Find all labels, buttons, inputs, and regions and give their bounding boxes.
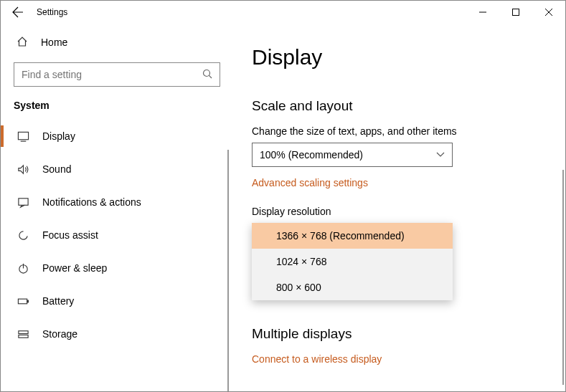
scale-control-label: Change the size of text, apps, and other…: [252, 125, 541, 137]
svg-line-3: [209, 75, 212, 78]
main-scrollbar[interactable]: [562, 170, 564, 385]
section-label: System: [1, 97, 230, 120]
power-icon: [16, 262, 29, 274]
svg-rect-1: [513, 9, 519, 16]
svg-rect-4: [18, 132, 28, 139]
nav-item-label: Battery: [42, 295, 74, 307]
resolution-option[interactable]: 1024 × 768: [252, 249, 453, 274]
nav-item-battery[interactable]: Battery: [1, 285, 230, 317]
search-box[interactable]: [14, 62, 220, 87]
home-nav-item[interactable]: Home: [1, 28, 230, 57]
maximize-button[interactable]: [499, 1, 532, 24]
page-title: Display: [252, 45, 541, 70]
close-button[interactable]: [532, 1, 565, 24]
minimize-icon: [479, 9, 486, 16]
nav-item-power-sleep[interactable]: Power & sleep: [1, 252, 230, 285]
multiple-displays-title: Multiple displays: [252, 326, 541, 342]
nav-item-display[interactable]: Display: [1, 120, 230, 153]
back-arrow-icon: [12, 6, 24, 18]
focus-assist-icon: [16, 229, 29, 242]
scale-dropdown[interactable]: 100% (Recommended): [252, 143, 453, 167]
nav-item-label: Display: [42, 130, 75, 142]
resolution-dropdown-open[interactable]: 1366 × 768 (Recommended) 1024 × 768 800 …: [252, 223, 453, 300]
nav-item-sound[interactable]: Sound: [1, 153, 230, 186]
sidebar-scrollbar[interactable]: [227, 150, 229, 392]
nav-item-label: Sound: [42, 163, 71, 175]
nav-item-notifications[interactable]: Notifications & actions: [1, 186, 230, 219]
nav-item-label: Focus assist: [42, 229, 98, 241]
search-icon: [202, 69, 212, 81]
titlebar: Settings: [1, 1, 565, 24]
main-pane: Display Scale and layout Change the size…: [230, 24, 565, 391]
close-icon: [545, 9, 552, 16]
svg-rect-9: [18, 299, 27, 304]
scale-value: 100% (Recommended): [260, 149, 363, 161]
svg-rect-12: [18, 335, 27, 338]
wireless-display-link[interactable]: Connect to a wireless display: [252, 353, 541, 365]
advanced-scaling-link[interactable]: Advanced scaling settings: [252, 177, 541, 188]
nav-item-label: Storage: [42, 328, 77, 340]
back-button[interactable]: [6, 1, 29, 24]
svg-rect-11: [18, 330, 27, 333]
svg-rect-6: [18, 198, 27, 204]
svg-point-2: [204, 70, 210, 76]
search-input[interactable]: [22, 69, 202, 80]
nav-item-label: Notifications & actions: [42, 196, 141, 208]
sidebar: Home System Display Sound Notifica: [1, 24, 230, 391]
nav-item-storage[interactable]: Storage: [1, 317, 230, 350]
home-icon: [16, 36, 28, 49]
window-title: Settings: [37, 7, 67, 17]
storage-icon: [16, 328, 29, 340]
nav-item-focus-assist[interactable]: Focus assist: [1, 219, 230, 252]
notifications-icon: [16, 196, 29, 209]
battery-icon: [16, 295, 29, 307]
svg-rect-10: [27, 300, 28, 302]
chevron-down-icon: [436, 150, 445, 160]
home-label: Home: [41, 37, 67, 48]
scale-group-title: Scale and layout: [252, 98, 541, 114]
resolution-label: Display resolution: [252, 206, 541, 217]
resolution-option[interactable]: 800 × 600: [252, 274, 453, 300]
sound-icon: [16, 163, 29, 176]
minimize-button[interactable]: [466, 1, 499, 24]
resolution-option[interactable]: 1366 × 768 (Recommended): [252, 223, 453, 249]
nav-item-label: Power & sleep: [42, 262, 107, 274]
display-icon: [16, 130, 29, 143]
maximize-icon: [512, 9, 519, 16]
